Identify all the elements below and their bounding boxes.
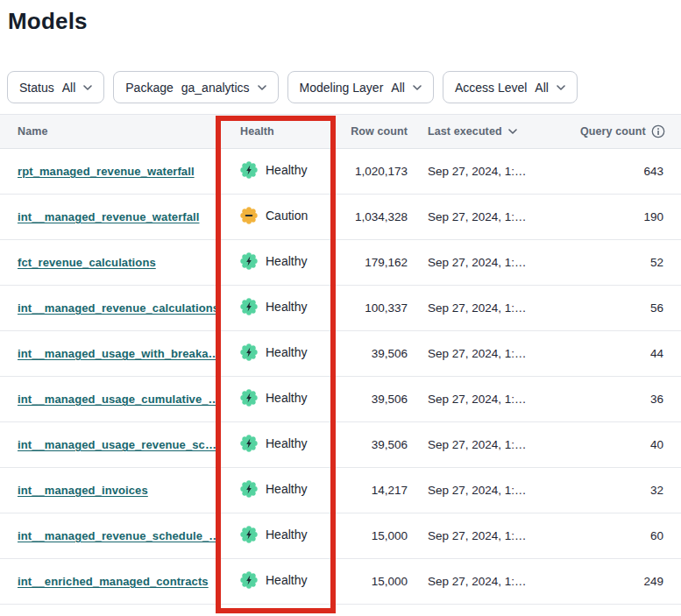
health-label: Healthy bbox=[266, 436, 307, 450]
health-badge: Healthy bbox=[240, 298, 307, 315]
name-cell: int__managed_usage_revenue_sc… bbox=[0, 438, 219, 451]
filter-package[interactable]: Package ga_analytics bbox=[113, 71, 278, 103]
health-status-icon bbox=[240, 389, 258, 407]
name-cell: int__enriched_managed_contracts bbox=[0, 575, 219, 588]
chevron-down-icon bbox=[557, 85, 565, 90]
column-header-last-executed[interactable]: Last executed bbox=[408, 125, 580, 138]
health-cell: Healthy bbox=[219, 161, 337, 181]
table-row: int__managed_invoices bbox=[0, 468, 681, 513]
models-page: Models Status All Package ga_analytics M… bbox=[0, 7, 681, 616]
health-cell: Healthy bbox=[219, 343, 337, 364]
last-executed-cell: Sep 27, 2024, 1:… bbox=[408, 210, 580, 223]
info-icon[interactable] bbox=[651, 124, 665, 138]
filter-modeling-layer[interactable]: Modeling Layer All bbox=[287, 71, 434, 103]
filter-value: ga_analytics bbox=[181, 81, 250, 95]
health-label: Healthy bbox=[266, 163, 307, 177]
query-count-cell: 52 bbox=[580, 256, 681, 269]
model-name-link[interactable]: int__managed_invoices bbox=[18, 484, 148, 497]
health-cell: Healthy bbox=[219, 480, 337, 500]
chevron-down-icon bbox=[413, 85, 422, 90]
name-cell: int__managed_revenue_calculations bbox=[0, 301, 219, 315]
health-label: Healthy bbox=[266, 345, 307, 359]
name-cell: int__managed_revenue_schedule_… bbox=[0, 529, 219, 542]
health-cell: Healthy bbox=[219, 252, 337, 273]
health-label: Healthy bbox=[266, 527, 307, 542]
name-cell: int__managed_revenue_waterfall bbox=[0, 210, 219, 223]
health-label: Healthy bbox=[266, 573, 307, 587]
query-count-cell: 56 bbox=[580, 301, 681, 315]
last-executed-cell: Sep 27, 2024, 1:… bbox=[408, 393, 580, 406]
row-count-cell: 39,506 bbox=[337, 438, 408, 451]
table-row: int__managed_usage_cumulative_… bbox=[0, 377, 681, 422]
model-name-link[interactable]: int__enriched_managed_contracts bbox=[18, 575, 209, 588]
health-badge: Healthy bbox=[240, 571, 307, 589]
query-count-cell: 249 bbox=[580, 575, 681, 588]
column-header-row-count[interactable]: Row count bbox=[337, 125, 408, 138]
name-cell: rpt_managed_revenue_waterfall bbox=[0, 165, 219, 178]
health-status-icon bbox=[240, 435, 258, 452]
table-row: int__managed_usage_revenue_sc… bbox=[0, 422, 681, 468]
column-header-health[interactable]: Health bbox=[219, 125, 337, 138]
models-table: Name Health Row count Last executed Quer… bbox=[0, 114, 681, 605]
query-count-cell: 36 bbox=[580, 393, 681, 406]
table-row: int__managed_usage_with_breaka… bbox=[0, 331, 681, 377]
filter-bar: Status All Package ga_analytics Modeling… bbox=[7, 71, 681, 103]
column-header-label: Query count bbox=[580, 125, 646, 138]
model-name-link[interactable]: int__managed_usage_with_breaka… bbox=[18, 347, 220, 360]
health-badge: Healthy bbox=[240, 480, 307, 498]
filter-access-level[interactable]: Access Level All bbox=[443, 71, 578, 103]
health-label: Healthy bbox=[266, 254, 307, 268]
health-status-icon bbox=[240, 480, 258, 498]
table-row: rpt_managed_revenue_waterfall bbox=[0, 149, 681, 195]
health-cell: Healthy bbox=[219, 389, 337, 409]
query-count-cell: 44 bbox=[580, 347, 681, 360]
health-status-icon bbox=[240, 571, 258, 589]
last-executed-cell: Sep 27, 2024, 1:… bbox=[408, 529, 580, 542]
model-name-link[interactable]: int__managed_revenue_calculations bbox=[18, 301, 219, 315]
row-count-cell: 39,506 bbox=[337, 393, 408, 406]
row-count-cell: 39,506 bbox=[337, 347, 408, 360]
model-name-link[interactable]: int__managed_usage_cumulative_… bbox=[18, 393, 220, 406]
model-name-link[interactable]: fct_revenue_calculations bbox=[18, 256, 156, 269]
filter-label: Access Level bbox=[455, 81, 527, 95]
last-executed-cell: Sep 27, 2024, 1:… bbox=[408, 301, 580, 315]
filter-status[interactable]: Status All bbox=[7, 71, 104, 103]
health-cell: Caution bbox=[219, 207, 337, 227]
table-body: rpt_managed_revenue_waterfall bbox=[0, 149, 681, 605]
model-name-link[interactable]: int__managed_revenue_schedule_… bbox=[18, 529, 220, 542]
table-row: int__managed_revenue_calculations bbox=[0, 286, 681, 331]
row-count-cell: 15,000 bbox=[337, 529, 408, 542]
health-label: Healthy bbox=[266, 300, 307, 314]
table-row: fct_revenue_calculations bbox=[0, 240, 681, 286]
table-row: int__managed_revenue_waterfall bbox=[0, 195, 681, 240]
row-count-cell: 15,000 bbox=[337, 575, 408, 588]
health-status-icon bbox=[240, 207, 258, 224]
last-executed-cell: Sep 27, 2024, 1:… bbox=[408, 575, 580, 588]
health-status-icon bbox=[240, 526, 258, 543]
name-cell: int__managed_usage_cumulative_… bbox=[0, 393, 219, 406]
health-badge: Healthy bbox=[240, 389, 307, 407]
health-badge: Healthy bbox=[240, 526, 307, 543]
model-name-link[interactable]: int__managed_usage_revenue_sc… bbox=[18, 438, 216, 451]
name-cell: int__managed_invoices bbox=[0, 484, 219, 497]
model-name-link[interactable]: rpt_managed_revenue_waterfall bbox=[18, 165, 195, 178]
column-header-name[interactable]: Name bbox=[0, 125, 219, 138]
health-label: Healthy bbox=[266, 482, 307, 496]
health-label: Caution bbox=[266, 209, 308, 223]
table-row: int__enriched_managed_contracts bbox=[0, 559, 681, 605]
page-title: Models bbox=[8, 7, 681, 35]
row-count-cell: 179,162 bbox=[337, 256, 408, 269]
health-badge: Healthy bbox=[240, 343, 307, 361]
row-count-cell: 14,217 bbox=[337, 484, 408, 497]
row-count-cell: 1,034,328 bbox=[337, 210, 408, 223]
column-header-label: Last executed bbox=[428, 125, 502, 138]
column-header-query-count[interactable]: Query count bbox=[580, 124, 681, 138]
health-cell: Healthy bbox=[219, 526, 337, 546]
row-count-cell: 1,020,173 bbox=[337, 165, 408, 178]
filter-label: Status bbox=[19, 81, 54, 95]
last-executed-cell: Sep 27, 2024, 1:… bbox=[408, 438, 580, 451]
model-name-link[interactable]: int__managed_revenue_waterfall bbox=[18, 210, 199, 223]
row-count-cell: 100,337 bbox=[337, 301, 408, 315]
query-count-cell: 32 bbox=[580, 484, 681, 497]
health-badge: Caution bbox=[240, 207, 308, 224]
